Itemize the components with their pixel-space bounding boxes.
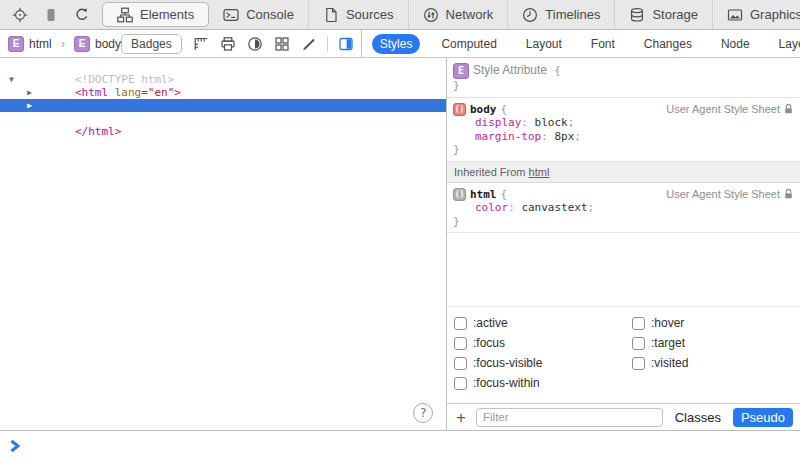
css-property[interactable]: display: block; <box>453 116 794 130</box>
tab-font[interactable]: Font <box>583 34 623 54</box>
classes-toggle-button[interactable]: Classes <box>671 410 725 425</box>
pseudo-checkbox-active[interactable]: :active <box>454 316 632 330</box>
breadcrumb-label: html <box>29 37 52 51</box>
help-button[interactable]: ? <box>413 403 433 423</box>
checkbox[interactable] <box>454 337 467 350</box>
pseudo-toggle-button[interactable]: Pseudo <box>733 408 793 427</box>
content-area: <!DOCTYPE html> ▼<html lang="en"> ▶<head… <box>0 58 800 430</box>
checkbox[interactable] <box>454 317 467 330</box>
css-rule-icon: () <box>453 103 466 116</box>
crosshair-icon <box>12 7 28 23</box>
checkbox[interactable] <box>632 317 645 330</box>
tab-network[interactable]: Network <box>408 0 508 29</box>
network-arrows-icon <box>423 7 439 23</box>
tab-storage[interactable]: Storage <box>614 0 712 29</box>
divider <box>327 36 328 52</box>
tab-layout[interactable]: Layout <box>518 34 570 54</box>
breadcrumb-item-html[interactable]: E html <box>8 36 52 52</box>
checkbox[interactable] <box>454 377 467 390</box>
add-rule-button[interactable]: + <box>454 409 468 426</box>
empty-space <box>447 233 800 306</box>
reload-page-button[interactable] <box>73 4 91 26</box>
disclosure-open-icon[interactable]: ▼ <box>9 73 14 86</box>
image-icon <box>727 7 743 23</box>
breadcrumb-item-body[interactable]: E body <box>74 36 121 52</box>
lock-icon <box>783 188 794 200</box>
styles-sidebar-panel: E Style Attribute { } () body { User Age… <box>447 58 800 430</box>
print-styles-button[interactable] <box>219 34 237 54</box>
device-icon <box>43 7 59 23</box>
badges-button[interactable]: Badges <box>121 34 182 54</box>
style-attribute-rule: E Style Attribute { } <box>447 58 800 98</box>
dom-node-html-open[interactable]: ▼<html lang="en"> <box>0 73 446 86</box>
pseudo-checkbox-hover[interactable]: :hover <box>632 316 688 330</box>
paintbrush-icon <box>301 36 317 52</box>
css-property[interactable]: color: canvastext; <box>453 201 794 215</box>
document-icon <box>323 7 339 23</box>
rule-selector[interactable]: html <box>470 188 497 202</box>
tab-layers[interactable]: Layers <box>771 34 800 54</box>
dom-node-doctype[interactable]: <!DOCTYPE html> <box>0 60 446 73</box>
dom-node-html-close[interactable]: </html> <box>0 112 446 125</box>
pseudo-checkbox-focus-within[interactable]: :focus-within <box>454 376 632 390</box>
pseudo-checkbox-visited[interactable]: :visited <box>632 356 688 370</box>
rule-origin: User Agent Style Sheet <box>666 188 794 202</box>
checkbox[interactable] <box>632 357 645 370</box>
device-settings-button[interactable] <box>42 4 60 26</box>
appearance-toggle-button[interactable] <box>246 34 264 54</box>
element-badge-icon: E <box>453 63 469 79</box>
tab-label: Network <box>446 7 494 22</box>
pseudo-column-left: :active :focus :focus-visible :focus-wit… <box>454 313 632 393</box>
console-icon <box>223 7 239 23</box>
dom-node-body-selected[interactable]: ▶<body>…</body> = $0 <box>0 99 446 112</box>
disclosure-closed-icon[interactable]: ▶ <box>27 99 32 112</box>
tab-elements[interactable]: Elements <box>102 2 209 27</box>
checkbox[interactable] <box>454 357 467 370</box>
rule-title[interactable]: Style Attribute <box>473 64 547 78</box>
pseudo-checkbox-focus-visible[interactable]: :focus-visible <box>454 356 632 370</box>
element-badge-icon: E <box>74 36 90 52</box>
reload-icon <box>74 7 90 23</box>
elements-icon <box>117 7 133 23</box>
tab-sources[interactable]: Sources <box>308 0 408 29</box>
tab-timelines[interactable]: Timelines <box>507 0 614 29</box>
toolbar-tabs: Elements Console <box>102 0 800 29</box>
tab-label: Console <box>246 7 294 22</box>
filter-input[interactable] <box>476 408 663 427</box>
edit-mode-button[interactable] <box>300 34 318 54</box>
tab-changes[interactable]: Changes <box>636 34 700 54</box>
tab-label: Elements <box>140 7 194 22</box>
inherited-from-bar: Inherited From html <box>447 162 800 183</box>
pseudo-checkbox-focus[interactable]: :focus <box>454 336 632 350</box>
rule-selector[interactable]: body <box>470 103 497 117</box>
tab-label: Storage <box>652 7 698 22</box>
dom-node-head[interactable]: ▶<head>…</head> <box>0 86 446 99</box>
grid-overlay-button[interactable] <box>273 34 291 54</box>
body-rule: () body { User Agent Style Sheet <box>447 98 800 162</box>
rulers-button[interactable] <box>192 34 210 54</box>
tab-label: Timelines <box>545 7 600 22</box>
breadcrumb-label: body <box>95 37 121 51</box>
tab-graphics[interactable]: Graphics <box>712 0 800 29</box>
checkbox[interactable] <box>632 337 645 350</box>
dom-tree-panel: <!DOCTYPE html> ▼<html lang="en"> ▶<head… <box>0 58 447 430</box>
database-icon <box>629 7 645 23</box>
inspect-element-button[interactable] <box>11 4 29 26</box>
details-sidebar-toggle-button[interactable] <box>337 34 355 54</box>
lock-icon <box>783 103 794 115</box>
details-sidebar-tabs: Styles Computed Layout Font Changes Node… <box>362 30 800 57</box>
printer-icon <box>220 36 236 52</box>
css-property[interactable]: margin-top: 8px; <box>453 130 794 144</box>
tab-console[interactable]: Console <box>209 0 308 29</box>
quick-console-bar[interactable] <box>0 430 800 461</box>
css-rule-icon: () <box>453 188 466 201</box>
disclosure-closed-icon[interactable]: ▶ <box>27 86 32 99</box>
rule-origin: User Agent Style Sheet <box>666 103 794 117</box>
tab-node[interactable]: Node <box>713 34 758 54</box>
tab-computed[interactable]: Computed <box>433 34 504 54</box>
toolbar-left-group <box>0 0 102 29</box>
tab-styles[interactable]: Styles <box>372 34 421 54</box>
pseudo-checkbox-target[interactable]: :target <box>632 336 688 350</box>
styles-footer-bar: + Classes Pseudo <box>447 403 800 430</box>
inherited-node-link[interactable]: html <box>529 166 550 178</box>
